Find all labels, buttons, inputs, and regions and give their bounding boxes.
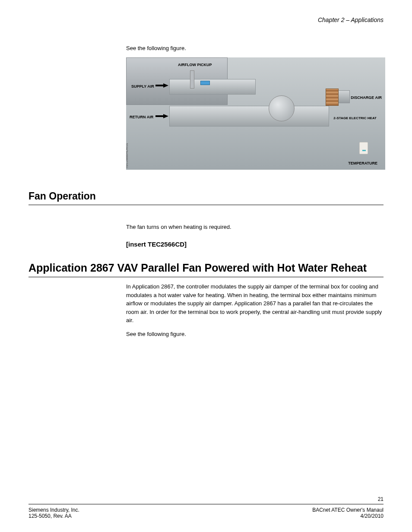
arrow-return-icon [155,114,168,118]
temperature-led-icon [362,150,366,151]
pickup-probe [190,70,194,89]
footer-left-2: 125-5050, Rev. AA [29,513,72,519]
chapter-header: Chapter 2 – Applications [29,16,383,23]
heading-fan-operation: Fan Operation [29,190,383,205]
footer-right-2: 4/20/2010 [361,513,383,519]
footer-left-1: Siemens Industry, Inc. [29,507,79,513]
label-discharge-air: DISCHARGE AIR [351,95,382,100]
pickup-sensor [200,81,210,85]
temperature-sensor [359,142,368,154]
label-supply-air: SUPPLY AIR [131,84,154,89]
figure-code-vertical: TEC2866HDR01 [126,143,129,169]
footer-right-1: BACnet ATEC Owner's Manaul [312,507,383,513]
heat-element [326,89,339,106]
figure-diagram: AIRFLOW PICKUP SUPPLY AIR RETURN AIR DIS… [126,57,385,170]
label-airflow-pickup: AIRFLOW PICKUP [178,63,212,67]
see-text-2: See the following figure. [126,330,383,339]
insert-placeholder: [insert TEC2566CD] [126,241,383,248]
page-footer: 21 Siemens Industry, Inc. BACnet ATEC Ow… [29,496,383,519]
see-text-1: See the following figure. [126,45,383,51]
duct-return [169,106,329,127]
arrow-supply-icon [155,83,168,88]
heading-application-2867: Application 2867 VAV Parallel Fan Powere… [29,262,383,277]
label-two-stage: 2-STAGE ELECTRIC HEAT [333,116,377,120]
label-return-air: RETURN AIR [130,115,153,119]
label-temperature: TEMPERATURE [348,161,377,165]
footer-rule [29,504,383,504]
fan-body-text: The fan turns on when heating is require… [126,223,383,231]
app-body-text: In Application 2867, the controller modu… [126,282,383,325]
page-number: 21 [29,496,383,502]
duct-supply [169,79,256,95]
fan-icon [269,95,295,121]
